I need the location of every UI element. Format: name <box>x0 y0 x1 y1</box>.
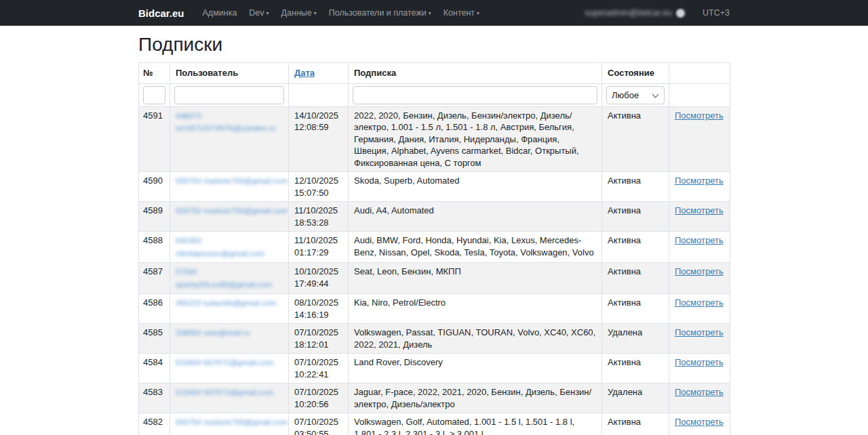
chevron-down-icon: ▾ <box>477 10 479 16</box>
row-subscription: Skoda, Superb, Automated <box>354 175 459 186</box>
user-link[interactable]: 36522# ludacida@gmail.com <box>176 299 276 307</box>
nav-item-content[interactable]: Контент▾ <box>437 8 486 18</box>
row-number-cell: 4588 <box>139 232 170 263</box>
nav-links: Админка Dev▾ Данные▾ Пользователи и плат… <box>197 8 486 18</box>
row-subscription: Audi, A4, Automated <box>354 205 434 215</box>
row-number: 4582 <box>143 417 163 427</box>
user-link[interactable]: 64245#nikolaiprusov@gmail.com <box>176 236 264 257</box>
row-user-cell: 25805# avto@mail.ru <box>170 324 289 354</box>
table-row: 4585 25805# avto@mail.ru 07/10/202518:12… <box>139 324 730 354</box>
current-user-email[interactable]: superadmin@bidcar.eu <box>585 8 672 18</box>
state-filter-select[interactable]: Любое <box>606 86 665 104</box>
row-state-cell: Активна <box>602 172 669 202</box>
subscription-filter-input[interactable] <box>353 86 597 104</box>
row-date: 10/10/2025 <box>294 266 338 276</box>
row-state-cell: Активна <box>602 232 669 263</box>
main-content: Подписки № Пользователь Дата Подписка Со… <box>138 26 730 435</box>
view-link[interactable]: Посмотреть <box>675 327 724 337</box>
user-link[interactable]: 25805# avto@mail.ru <box>176 329 250 337</box>
user-link[interactable]: 5756#qwerty20Lev89@gmail.com <box>176 268 272 289</box>
row-number: 4585 <box>143 327 163 337</box>
user-link[interactable]: 61940# 667672@gmail.com <box>176 358 273 367</box>
row-subscription-cell: Audi, BMW, Ford, Honda, Hyundai, Kia, Le… <box>349 232 602 263</box>
status-badge: Активна <box>608 235 641 245</box>
row-number-cell: 4583 <box>139 384 170 413</box>
view-link[interactable]: Посмотреть <box>675 266 724 276</box>
nav-item-users-payments[interactable]: Пользователи и платежи▾ <box>323 8 437 18</box>
chevron-down-icon: ▾ <box>429 10 431 16</box>
nav-item-dannye[interactable]: Данные▾ <box>275 8 323 18</box>
row-date: 07/10/2025 <box>294 387 338 397</box>
row-number-cell: 4587 <box>139 263 170 294</box>
table-row: 4591 64807#mrXA7US73N76@yandex.ru 14/10/… <box>139 106 730 172</box>
row-subscription-cell: Jaguar, F-pace, 2022, 2021, 2020, Бензин… <box>349 384 602 413</box>
table-row: 4589 55075# markols759@gmail.com 11/10/2… <box>139 202 730 232</box>
filter-state-cell: Любое <box>602 83 669 106</box>
user-link[interactable]: 55075# markols759@gmail.com <box>176 177 288 185</box>
row-subscription: Volkswagen, Passat, TIGUAN, TOURAN, Volv… <box>354 327 595 350</box>
row-number-cell: 4582 <box>139 413 170 435</box>
row-time: 15:07:50 <box>294 188 329 198</box>
row-number-cell: 4586 <box>139 294 170 324</box>
row-subscription-cell: Volkswagen, Passat, TIGUAN, TOURAN, Volv… <box>349 324 602 354</box>
row-state-cell: Удалена <box>602 384 669 413</box>
row-number: 4584 <box>143 357 163 367</box>
row-subscription-cell: Audi, A4, Automated <box>349 202 602 232</box>
row-time: 18:53:28 <box>294 218 329 228</box>
user-link[interactable]: 55075# markols759@gmail.com <box>176 418 288 426</box>
row-subscription: Volkswagen, Golf, Automated, 1.001 - 1.5… <box>354 417 574 435</box>
view-link[interactable]: Посмотреть <box>675 175 724 186</box>
status-badge: Активна <box>608 417 641 427</box>
num-filter-input[interactable] <box>143 86 165 104</box>
row-date: 12/10/2025 <box>294 175 338 186</box>
nav-item-adminka[interactable]: Админка <box>197 8 243 18</box>
brand-logo[interactable]: Bidcar.eu <box>138 7 184 19</box>
header-state: Состояние <box>602 63 669 84</box>
nav-right: superadmin@bidcar.eu UTC+3 <box>585 8 730 18</box>
user-filter-input[interactable] <box>174 86 284 104</box>
status-badge: Удалена <box>608 327 642 337</box>
filter-date-cell <box>289 83 349 106</box>
row-date-cell: 07/10/202518:12:01 <box>289 324 349 354</box>
header-date: Дата <box>289 63 349 84</box>
top-navbar: Bidcar.eu Админка Dev▾ Данные▾ Пользоват… <box>0 0 868 26</box>
view-link[interactable]: Посмотреть <box>675 110 724 121</box>
row-user-cell: 5756#qwerty20Lev89@gmail.com <box>170 263 289 294</box>
user-link[interactable]: 64807#mrXA7US73N76@yandex.ru <box>176 112 275 133</box>
view-link[interactable]: Посмотреть <box>675 357 724 367</box>
date-sort-link[interactable]: Дата <box>294 68 315 78</box>
row-number: 4589 <box>143 205 163 215</box>
filter-num-cell <box>139 83 170 106</box>
row-number-cell: 4589 <box>139 202 170 232</box>
user-link[interactable]: 55075# markols759@gmail.com <box>176 207 288 215</box>
row-state-cell: Активна <box>602 202 669 232</box>
status-badge: Активна <box>608 205 641 215</box>
row-time: 17:49:44 <box>294 278 329 289</box>
row-actions-cell: Посмотреть <box>669 294 730 324</box>
row-actions-cell: Посмотреть <box>669 324 730 354</box>
filter-row: Любое <box>139 83 730 106</box>
table-row: 4583 61940# 667672@gmail.com 07/10/20251… <box>139 384 730 413</box>
row-date-cell: 12/10/202515:07:50 <box>289 172 349 202</box>
view-link[interactable]: Посмотреть <box>675 297 724 308</box>
row-date: 07/10/2025 <box>294 417 338 427</box>
view-link[interactable]: Посмотреть <box>675 205 724 215</box>
row-actions-cell: Посмотреть <box>669 232 730 263</box>
header-subscription: Подписка <box>349 63 602 84</box>
table-row: 4586 36522# ludacida@gmail.com 08/10/202… <box>139 294 730 324</box>
row-user-cell: 61940# 667672@gmail.com <box>170 354 289 384</box>
row-number-cell: 4585 <box>139 324 170 354</box>
status-badge: Активна <box>608 297 641 308</box>
view-link[interactable]: Посмотреть <box>675 387 724 397</box>
row-number: 4587 <box>143 266 163 276</box>
row-date: 14/10/2025 <box>294 110 338 121</box>
subscriptions-table: № Пользователь Дата Подписка Состояние Л… <box>138 62 730 435</box>
nav-item-dev[interactable]: Dev▾ <box>243 8 275 18</box>
filter-subscription-cell <box>349 83 602 106</box>
view-link[interactable]: Посмотреть <box>675 235 724 245</box>
view-link[interactable]: Посмотреть <box>675 417 724 427</box>
table-row: 4588 64245#nikolaiprusov@gmail.com 11/10… <box>139 232 730 263</box>
row-date-cell: 10/10/202517:49:44 <box>289 263 349 294</box>
user-link[interactable]: 61940# 667672@gmail.com <box>176 388 273 396</box>
row-subscription-cell: Volkswagen, Golf, Automated, 1.001 - 1.5… <box>349 413 602 435</box>
